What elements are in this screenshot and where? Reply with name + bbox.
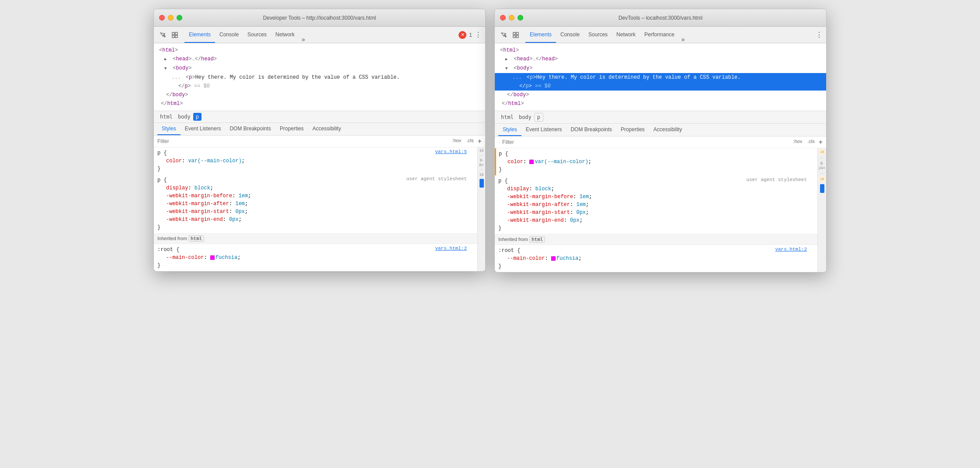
subtab-styles-1[interactable]: Styles (157, 123, 181, 135)
minimize-button-1[interactable] (168, 15, 174, 21)
dom-line-bodycl-2[interactable]: </body> (495, 91, 826, 99)
color-swatch-fuchsia-1[interactable] (210, 255, 215, 260)
styles-content-1: vars.html:5 p { color: var(--main-color)… (154, 147, 477, 271)
css-selector-p-1: p { (157, 149, 474, 157)
css-close-root-2: } (498, 262, 814, 270)
tab-more-1[interactable]: » (299, 36, 308, 43)
styles-content-2: p { color: var(--main-color); } user age… (495, 148, 817, 272)
minimize-button-2[interactable] (509, 15, 514, 21)
subtab-props-1[interactable]: Properties (275, 123, 308, 135)
close-button-2[interactable] (500, 15, 506, 21)
svg-rect-0 (172, 32, 174, 35)
breadcrumb-html-1[interactable]: html (157, 113, 175, 121)
tab-performance-2[interactable]: Performance (640, 27, 679, 43)
subtab-event-1[interactable]: Event Listeners (181, 123, 226, 135)
subtab-access-2[interactable]: Accessibility (649, 124, 686, 136)
svg-rect-7 (516, 35, 518, 38)
inspect-icon-2[interactable] (511, 30, 521, 40)
scroll-dash2-2: - (821, 171, 823, 175)
scroll-num-16a-2: 16 (819, 149, 825, 154)
tab-elements-2[interactable]: Elements (525, 27, 556, 43)
maximize-button-2[interactable] (518, 15, 523, 21)
dom-line-htmlcl-1[interactable]: </html> (154, 99, 485, 108)
breadcrumb-html-2[interactable]: html (498, 113, 516, 121)
dom-line-bodycl-1[interactable]: </body> (154, 91, 485, 99)
dom-line-p-selected-2[interactable]: ... <p>Hey there. My color is determined… (495, 73, 826, 82)
maximize-button-1[interactable] (177, 15, 182, 21)
dom-line-body-1[interactable]: ▼ <body> (154, 64, 485, 73)
cursor-icon[interactable] (157, 30, 168, 40)
breadcrumb-p-2[interactable]: p (534, 113, 543, 122)
subtab-event-2[interactable]: Event Listeners (521, 124, 566, 136)
filter-input-2[interactable] (502, 139, 789, 145)
dom-line-htmlcl-2[interactable]: </html> (495, 99, 826, 108)
breadcrumb-2: html body p (495, 111, 826, 124)
tab-network-1[interactable]: Network (271, 27, 299, 43)
dom-line-head-2[interactable]: ▶ <head>…</head> (495, 55, 826, 64)
scrollbar-thumb-1[interactable] (480, 179, 484, 188)
add-style-button-2[interactable]: + (819, 138, 823, 146)
subtab-dom-1[interactable]: DOM Breakpoints (225, 123, 275, 135)
tab-sources-1[interactable]: Sources (243, 27, 271, 43)
css-prop-wkb-1: -webkit-margin-before: 1em; (157, 192, 474, 200)
error-count-1: 1 (469, 32, 472, 38)
tab-console-2[interactable]: Console (556, 27, 584, 43)
scroll-dash2-1: - (821, 155, 823, 160)
add-style-button-1[interactable]: + (478, 137, 482, 145)
css-source-root-1[interactable]: vars.html:2 (435, 246, 467, 251)
tab-sources-2[interactable]: Sources (584, 27, 612, 43)
menu-icon-2[interactable]: ⋮ (816, 31, 823, 39)
svg-rect-3 (175, 35, 177, 38)
css-block-p-color-2: p { color: var(--main-color); } (495, 148, 817, 175)
tab-network-2[interactable]: Network (612, 27, 640, 43)
dom-line-body-2[interactable]: ▼ <body> (495, 64, 826, 73)
scrollbar-thumb-2[interactable] (820, 184, 824, 193)
css-close-p-2: } (499, 166, 814, 174)
dom-line-head-1[interactable]: ▶ <head>…</head> (154, 55, 485, 64)
subtab-dom-2[interactable]: DOM Breakpoints (566, 124, 616, 136)
subtab-props-2[interactable]: Properties (616, 124, 649, 136)
dom-line-p-1[interactable]: ... <p>Hey there. My color is determined… (154, 73, 485, 82)
scrollbar-2: 16 - g. 24× - 16 (817, 148, 826, 272)
dom-line-html-2[interactable]: <html> (495, 46, 826, 55)
menu-icon-1[interactable]: ⋮ (475, 31, 482, 39)
breadcrumb-body-2[interactable]: body (516, 113, 534, 121)
devtools-window-1: Developer Tools – http://localhost:3000/… (153, 9, 486, 272)
tab-bar-2: Elements Console Sources Network Perform… (525, 27, 815, 43)
css-prop-wka-2: -webkit-margin-after: 1em; (498, 201, 814, 209)
css-close-1: } (157, 165, 474, 173)
svg-rect-5 (516, 32, 518, 35)
cursor-icon-2[interactable] (498, 30, 509, 40)
close-button-1[interactable] (159, 15, 165, 21)
breadcrumb-body-1[interactable]: body (175, 113, 193, 121)
color-swatch-p-2[interactable] (529, 160, 534, 164)
css-selector-root-1: :root { (157, 246, 474, 254)
css-source-root-2[interactable]: vars.html:2 (775, 247, 807, 252)
scroll-num-16a-1: 16 (479, 148, 483, 153)
tab-elements-1[interactable]: Elements (184, 27, 215, 43)
dom-line-pclose-selected-2[interactable]: </p> == $0 (495, 82, 826, 91)
dom-line-pclose-1[interactable]: </p> == $0 (154, 82, 485, 91)
subtab-styles-2[interactable]: Styles (498, 124, 521, 136)
dom-line-html-1[interactable]: <html> (154, 46, 485, 55)
cls-button-2[interactable]: .cls (806, 138, 816, 146)
tab-more-2[interactable]: » (679, 36, 688, 43)
scroll-num-24x-2: 24× (819, 166, 825, 170)
inherited-tag-1[interactable]: html (188, 235, 205, 242)
toolbar-icons-1 (157, 30, 180, 40)
css-source-1[interactable]: vars.html:5 (435, 149, 467, 154)
css-block-root-2: vars.html:2 :root { --main-color: fuchsi… (495, 245, 817, 272)
tab-console-1[interactable]: Console (215, 27, 243, 43)
cls-button-1[interactable]: .cls (465, 137, 475, 145)
hov-button-1[interactable]: :hov (451, 137, 462, 145)
breadcrumb-p-1[interactable]: p (193, 113, 202, 121)
hov-button-2[interactable]: :hov (792, 138, 803, 146)
filter-input-1[interactable] (157, 138, 448, 144)
inherited-from-2: Inherited from html (495, 234, 817, 245)
traffic-lights-1 (159, 15, 182, 21)
color-swatch-fuchsia-2[interactable] (551, 256, 556, 261)
inspect-icon[interactable] (170, 30, 180, 40)
css-block-p-ua-2: user agent stylesheet p { display: block… (495, 175, 817, 234)
subtab-access-1[interactable]: Accessibility (308, 123, 345, 135)
inherited-tag-2[interactable]: html (529, 236, 546, 243)
